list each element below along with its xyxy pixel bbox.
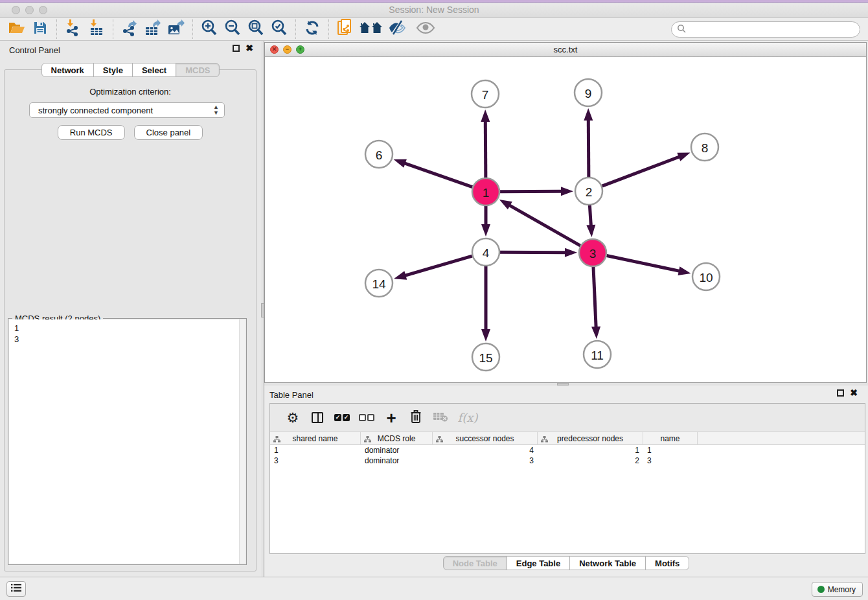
gear-icon: ⚙ [287, 410, 299, 426]
table-cell[interactable]: 1 [643, 445, 698, 456]
table-cell[interactable]: 4 [433, 445, 538, 456]
run-mcds-button[interactable]: Run MCDS [58, 125, 125, 140]
create-column-button[interactable]: + [379, 406, 404, 430]
table-panel-tabs: Node TableEdge TableNetwork TableMotifs [264, 556, 868, 570]
attribute-type-icon [541, 435, 548, 444]
zoom-fit-button[interactable] [244, 19, 268, 40]
edge-arrowhead-2-to-8 [677, 153, 690, 161]
tab-node-table[interactable]: Node Table [443, 556, 507, 570]
edge-arrowhead-2-to-3 [586, 225, 595, 237]
tab-motifs[interactable]: Motifs [645, 556, 689, 570]
show-task-history-button[interactable] [6, 581, 26, 597]
deselect-all-icon [359, 414, 374, 421]
column-header-name[interactable]: name [643, 432, 698, 445]
table-cell[interactable]: 1 [538, 445, 643, 456]
close-panel-icon[interactable]: ✖ [850, 389, 858, 397]
table-cell[interactable]: dominator [361, 456, 433, 466]
tab-mcds[interactable]: MCDS [176, 63, 220, 77]
open-session-button[interactable] [5, 19, 29, 40]
column-header-MCDS-role[interactable]: MCDS role [361, 432, 433, 445]
table-cell[interactable]: 2 [538, 456, 643, 466]
function-builder-button[interactable]: f(x) [453, 406, 483, 430]
export-network-button[interactable] [118, 19, 141, 40]
edge-arrowhead-4-to-14 [394, 271, 407, 279]
toggle-split-view-button[interactable] [305, 406, 330, 430]
import-network-button[interactable] [62, 19, 85, 40]
table-row[interactable]: 1dominator411 [270, 445, 865, 456]
edge-4-to-14[interactable] [402, 256, 472, 276]
tab-edge-table[interactable]: Edge Table [507, 556, 570, 570]
open-folder-icon [8, 21, 25, 38]
edge-3-to-1[interactable] [507, 204, 580, 246]
table-row[interactable]: 3dominator323 [270, 456, 865, 466]
select-all-icon: ✓✓ [334, 414, 350, 421]
edge-4-to-3[interactable] [500, 252, 568, 253]
edge-2-to-9[interactable] [588, 117, 589, 177]
edge-3-to-10[interactable] [607, 256, 682, 272]
edge-arrowhead-2-to-9 [584, 108, 593, 121]
mcds-result-group: MCDS result (2 nodes) 1 3 [8, 318, 247, 565]
search-input[interactable] [689, 23, 860, 36]
save-floppy-icon [33, 21, 47, 38]
apply-layout-button[interactable] [301, 19, 324, 40]
table-cell[interactable]: dominator [361, 445, 433, 456]
export-network-icon [122, 19, 137, 39]
result-scrollbar[interactable] [239, 319, 246, 564]
save-session-button[interactable] [29, 19, 52, 40]
manage-networks-button[interactable] [334, 19, 357, 40]
close-panel-icon[interactable]: ✖ [246, 45, 253, 52]
tab-select[interactable]: Select [132, 63, 176, 77]
delete-column-button[interactable] [404, 406, 428, 430]
column-header-successor-nodes[interactable]: successor nodes [433, 432, 538, 445]
zoom-fit-icon [247, 19, 264, 39]
delete-table-icon [433, 411, 448, 425]
network-graph: 1234678910111415 [265, 57, 866, 382]
select-all-button[interactable]: ✓✓ [330, 406, 354, 430]
export-image-button[interactable] [165, 19, 188, 40]
float-panel-icon[interactable] [837, 389, 844, 397]
edge-arrowhead-1-to-6 [394, 159, 407, 168]
zoom-selected-button[interactable] [268, 19, 291, 40]
table-settings-button[interactable]: ⚙ [280, 406, 305, 430]
zoom-out-button[interactable] [221, 19, 244, 40]
edge-2-to-3[interactable] [589, 205, 591, 228]
table-cell[interactable]: 3 [270, 456, 361, 466]
hide-graphics-details-button[interactable] [385, 19, 409, 40]
edge-arrowhead-3-to-1 [499, 200, 512, 209]
import-table-button[interactable] [85, 19, 108, 40]
dropdown-stepper-icon: ▲▼ [213, 104, 219, 116]
network-canvas[interactable]: 1234678910111415 [265, 57, 866, 382]
edge-1-to-7[interactable] [485, 119, 486, 178]
memory-button[interactable]: Memory [812, 582, 863, 597]
search-field[interactable] [671, 21, 860, 38]
delete-table-button[interactable] [428, 406, 453, 430]
network-window-title: scc.txt [265, 45, 866, 54]
network-window-titlebar[interactable]: ✕ − + scc.txt [265, 43, 866, 57]
export-table-button[interactable] [141, 19, 165, 40]
column-header-shared-name[interactable]: shared name [270, 432, 361, 445]
table-cell[interactable]: 3 [433, 456, 538, 466]
mcds-result-textarea[interactable]: 1 3 [9, 319, 246, 564]
home-button[interactable] [357, 19, 385, 40]
edge-1-to-2[interactable] [500, 191, 564, 192]
deselect-all-button[interactable] [354, 406, 379, 430]
close-panel-button[interactable]: Close panel [134, 125, 203, 140]
edge-arrowhead-3-to-11 [591, 327, 600, 339]
zoom-in-button[interactable] [198, 19, 221, 40]
optimization-criterion-select[interactable]: strongly connected component ▲▼ [29, 102, 225, 118]
table-cell[interactable]: 3 [643, 456, 698, 466]
eye-icon [416, 21, 435, 38]
tab-style[interactable]: Style [93, 63, 133, 77]
show-graphics-details-button[interactable] [414, 19, 437, 40]
tab-network[interactable]: Network [41, 63, 94, 77]
float-panel-icon[interactable] [233, 45, 240, 52]
table-cell[interactable]: 1 [270, 445, 361, 456]
column-header-predecessor-nodes[interactable]: predecessor nodes [538, 432, 643, 445]
edge-arrowhead-4-to-15 [481, 329, 490, 341]
edge-3-to-11[interactable] [593, 267, 596, 330]
export-table-icon [145, 19, 161, 39]
tab-network-table[interactable]: Network Table [569, 556, 646, 570]
node-label-14: 14 [372, 277, 386, 291]
edge-1-to-6[interactable] [402, 163, 472, 187]
edge-2-to-8[interactable] [602, 156, 682, 186]
